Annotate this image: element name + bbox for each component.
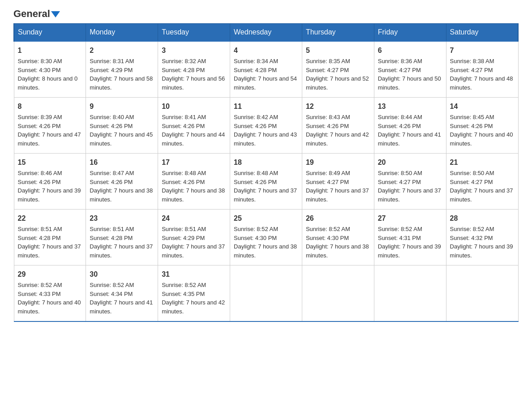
calendar-cell: 21 Sunrise: 8:50 AMSunset: 4:27 PMDaylig…: [446, 154, 518, 210]
calendar-cell: 10 Sunrise: 8:41 AMSunset: 4:26 PMDaylig…: [158, 98, 230, 154]
page-header: General: [13, 9, 519, 19]
calendar-cell: 27 Sunrise: 8:52 AMSunset: 4:31 PMDaylig…: [374, 210, 446, 265]
day-number: 23: [90, 213, 154, 224]
calendar-cell: 25 Sunrise: 8:52 AMSunset: 4:30 PMDaylig…: [230, 210, 302, 265]
day-info: Sunrise: 8:36 AMSunset: 4:27 PMDaylight:…: [378, 58, 441, 91]
day-info: Sunrise: 8:39 AMSunset: 4:26 PMDaylight:…: [18, 114, 81, 147]
day-info: Sunrise: 8:45 AMSunset: 4:26 PMDaylight:…: [450, 114, 513, 147]
calendar-table: SundayMondayTuesdayWednesdayThursdayFrid…: [13, 23, 519, 322]
day-info: Sunrise: 8:52 AMSunset: 4:33 PMDaylight:…: [18, 282, 81, 315]
calendar-cell: [302, 265, 374, 322]
day-info: Sunrise: 8:31 AMSunset: 4:29 PMDaylight:…: [90, 58, 153, 91]
weekday-header-thursday: Thursday: [302, 24, 374, 42]
weekday-header-sunday: Sunday: [14, 24, 86, 42]
calendar-cell: 6 Sunrise: 8:36 AMSunset: 4:27 PMDayligh…: [374, 41, 446, 98]
day-number: 31: [162, 269, 226, 280]
week-row-4: 22 Sunrise: 8:51 AMSunset: 4:28 PMDaylig…: [14, 210, 518, 265]
day-number: 24: [162, 213, 226, 224]
day-number: 7: [450, 45, 515, 56]
day-number: 10: [162, 101, 226, 112]
day-info: Sunrise: 8:52 AMSunset: 4:31 PMDaylight:…: [378, 226, 441, 259]
week-row-3: 15 Sunrise: 8:46 AMSunset: 4:26 PMDaylig…: [14, 154, 518, 210]
day-number: 13: [378, 101, 442, 112]
day-number: 15: [18, 157, 82, 168]
day-number: 12: [306, 101, 370, 112]
day-number: 17: [162, 157, 226, 168]
day-info: Sunrise: 8:51 AMSunset: 4:29 PMDaylight:…: [162, 226, 225, 259]
calendar-cell: 14 Sunrise: 8:45 AMSunset: 4:26 PMDaylig…: [446, 98, 518, 154]
day-number: 2: [90, 45, 154, 56]
calendar-cell: 8 Sunrise: 8:39 AMSunset: 4:26 PMDayligh…: [14, 98, 86, 154]
day-info: Sunrise: 8:52 AMSunset: 4:32 PMDaylight:…: [450, 226, 513, 259]
day-info: Sunrise: 8:32 AMSunset: 4:28 PMDaylight:…: [162, 58, 225, 91]
day-number: 22: [18, 213, 82, 224]
logo-line1: General: [13, 9, 60, 19]
day-number: 14: [450, 101, 515, 112]
day-info: Sunrise: 8:49 AMSunset: 4:27 PMDaylight:…: [306, 170, 369, 203]
day-info: Sunrise: 8:52 AMSunset: 4:30 PMDaylight:…: [306, 226, 369, 259]
day-number: 19: [306, 157, 370, 168]
weekday-header-monday: Monday: [86, 24, 158, 42]
calendar-cell: 19 Sunrise: 8:49 AMSunset: 4:27 PMDaylig…: [302, 154, 374, 210]
calendar-cell: 12 Sunrise: 8:43 AMSunset: 4:26 PMDaylig…: [302, 98, 374, 154]
day-number: 8: [18, 101, 82, 112]
day-info: Sunrise: 8:51 AMSunset: 4:28 PMDaylight:…: [90, 226, 153, 259]
calendar-cell: 31 Sunrise: 8:52 AMSunset: 4:35 PMDaylig…: [158, 265, 230, 322]
calendar-cell: 20 Sunrise: 8:50 AMSunset: 4:27 PMDaylig…: [374, 154, 446, 210]
calendar-cell: 22 Sunrise: 8:51 AMSunset: 4:28 PMDaylig…: [14, 210, 86, 265]
weekday-header-wednesday: Wednesday: [230, 24, 302, 42]
weekday-header-saturday: Saturday: [446, 24, 518, 42]
day-info: Sunrise: 8:50 AMSunset: 4:27 PMDaylight:…: [450, 170, 513, 203]
calendar-cell: 15 Sunrise: 8:46 AMSunset: 4:26 PMDaylig…: [14, 154, 86, 210]
day-number: 18: [234, 157, 298, 168]
day-info: Sunrise: 8:52 AMSunset: 4:34 PMDaylight:…: [90, 282, 153, 315]
weekday-header-row: SundayMondayTuesdayWednesdayThursdayFrid…: [14, 24, 518, 42]
calendar-cell: 18 Sunrise: 8:48 AMSunset: 4:26 PMDaylig…: [230, 154, 302, 210]
day-number: 20: [378, 157, 442, 168]
day-number: 26: [306, 213, 370, 224]
day-number: 28: [450, 213, 515, 224]
day-number: 6: [378, 45, 442, 56]
calendar-cell: 11 Sunrise: 8:42 AMSunset: 4:26 PMDaylig…: [230, 98, 302, 154]
week-row-2: 8 Sunrise: 8:39 AMSunset: 4:26 PMDayligh…: [14, 98, 518, 154]
calendar-cell: 28 Sunrise: 8:52 AMSunset: 4:32 PMDaylig…: [446, 210, 518, 265]
day-info: Sunrise: 8:42 AMSunset: 4:26 PMDaylight:…: [234, 114, 297, 147]
calendar-cell: 9 Sunrise: 8:40 AMSunset: 4:26 PMDayligh…: [86, 98, 158, 154]
calendar-cell: [374, 265, 446, 322]
calendar-cell: [230, 265, 302, 322]
day-number: 11: [234, 101, 298, 112]
day-info: Sunrise: 8:48 AMSunset: 4:26 PMDaylight:…: [234, 170, 297, 203]
day-number: 25: [234, 213, 298, 224]
day-number: 4: [234, 45, 298, 56]
day-number: 27: [378, 213, 442, 224]
day-info: Sunrise: 8:50 AMSunset: 4:27 PMDaylight:…: [378, 170, 441, 203]
day-number: 9: [90, 101, 154, 112]
calendar-cell: 5 Sunrise: 8:35 AMSunset: 4:27 PMDayligh…: [302, 41, 374, 98]
day-number: 16: [90, 157, 154, 168]
day-number: 29: [18, 269, 82, 280]
calendar-cell: 2 Sunrise: 8:31 AMSunset: 4:29 PMDayligh…: [86, 41, 158, 98]
day-info: Sunrise: 8:40 AMSunset: 4:26 PMDaylight:…: [90, 114, 153, 147]
day-number: 5: [306, 45, 370, 56]
day-number: 1: [18, 45, 82, 56]
weekday-header-tuesday: Tuesday: [158, 24, 230, 42]
calendar-cell: 29 Sunrise: 8:52 AMSunset: 4:33 PMDaylig…: [14, 265, 86, 322]
week-row-1: 1 Sunrise: 8:30 AMSunset: 4:30 PMDayligh…: [14, 41, 518, 98]
day-number: 30: [90, 269, 154, 280]
day-info: Sunrise: 8:52 AMSunset: 4:35 PMDaylight:…: [162, 282, 225, 315]
calendar-cell: 17 Sunrise: 8:48 AMSunset: 4:26 PMDaylig…: [158, 154, 230, 210]
calendar-cell: 16 Sunrise: 8:47 AMSunset: 4:26 PMDaylig…: [86, 154, 158, 210]
week-row-5: 29 Sunrise: 8:52 AMSunset: 4:33 PMDaylig…: [14, 265, 518, 322]
day-info: Sunrise: 8:43 AMSunset: 4:26 PMDaylight:…: [306, 114, 369, 147]
day-info: Sunrise: 8:48 AMSunset: 4:26 PMDaylight:…: [162, 170, 225, 203]
calendar-cell: 4 Sunrise: 8:34 AMSunset: 4:28 PMDayligh…: [230, 41, 302, 98]
day-info: Sunrise: 8:47 AMSunset: 4:26 PMDaylight:…: [90, 170, 153, 203]
day-info: Sunrise: 8:30 AMSunset: 4:30 PMDaylight:…: [18, 58, 78, 91]
day-info: Sunrise: 8:46 AMSunset: 4:26 PMDaylight:…: [18, 170, 81, 203]
weekday-header-friday: Friday: [374, 24, 446, 42]
calendar-cell: [446, 265, 518, 322]
day-number: 21: [450, 157, 515, 168]
day-number: 3: [162, 45, 226, 56]
day-info: Sunrise: 8:41 AMSunset: 4:26 PMDaylight:…: [162, 114, 225, 147]
logo: General: [13, 9, 60, 19]
